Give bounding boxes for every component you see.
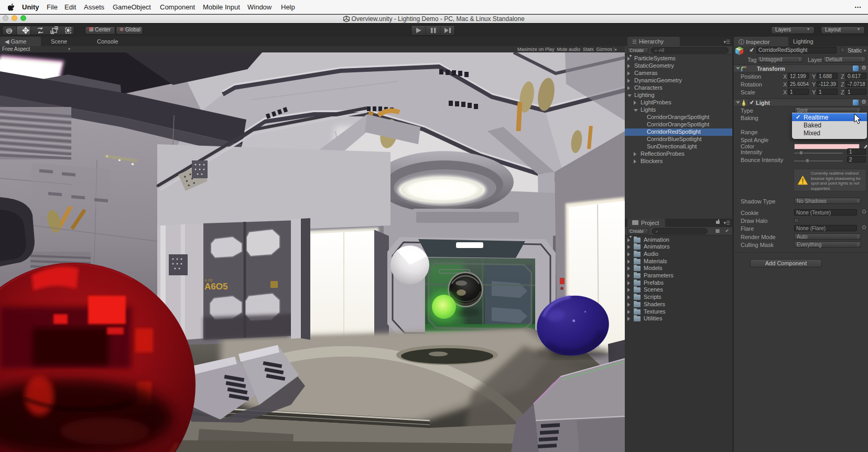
svg-text:4.09: 4.09 [204,278,213,283]
svg-text:A6O5: A6O5 [204,282,227,292]
